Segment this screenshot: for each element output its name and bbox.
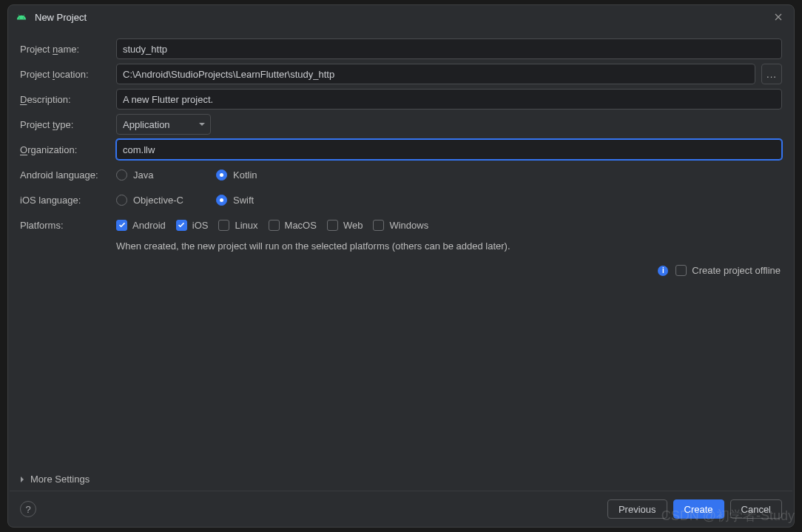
- ios-language-label: iOS language:: [20, 195, 110, 206]
- description-label: Description:: [20, 94, 110, 105]
- more-settings-toggle[interactable]: More Settings: [8, 468, 794, 491]
- description-input[interactable]: [116, 89, 782, 110]
- platform-linux-label: Linux: [235, 220, 257, 231]
- window-title: New Project: [35, 12, 763, 23]
- titlebar: New Project: [8, 5, 794, 29]
- radio-icon: [116, 195, 127, 206]
- project-location-label: Project location:: [20, 69, 110, 80]
- button-bar: ? Previous Create Cancel: [8, 491, 794, 527]
- platform-ios-checkbox[interactable]: iOS: [176, 220, 209, 231]
- create-offline-checkbox[interactable]: Create project offline: [675, 265, 781, 276]
- previous-button[interactable]: Previous: [607, 499, 667, 519]
- platform-android-label: Android: [132, 220, 166, 231]
- platform-android-checkbox[interactable]: Android: [116, 220, 166, 231]
- checkbox-icon: [373, 220, 384, 231]
- chevron-down-icon: [198, 121, 206, 128]
- radio-icon: [216, 195, 227, 206]
- platform-windows-label: Windows: [389, 220, 428, 231]
- platform-linux-checkbox[interactable]: Linux: [218, 220, 257, 231]
- project-type-value: Application: [123, 119, 170, 130]
- project-location-input[interactable]: [116, 64, 755, 84]
- help-button[interactable]: ?: [20, 501, 36, 517]
- new-project-dialog: New Project Project name: Project locati…: [7, 4, 795, 528]
- android-language-label: Android language:: [20, 169, 110, 181]
- platform-macos-label: MacOS: [285, 220, 317, 231]
- project-name-input[interactable]: [116, 38, 782, 59]
- android-lang-java-radio[interactable]: Java: [116, 169, 216, 181]
- checkbox-icon: [116, 220, 127, 231]
- platform-macos-checkbox[interactable]: MacOS: [269, 220, 317, 231]
- project-type-label: Project type:: [20, 119, 110, 130]
- checkbox-icon: [675, 265, 687, 276]
- project-name-label: Project name:: [20, 44, 110, 55]
- close-icon[interactable]: [770, 9, 786, 25]
- platform-ios-label: iOS: [192, 220, 209, 231]
- platforms-hint: When created, the new project will run o…: [20, 240, 782, 252]
- checkbox-icon: [327, 220, 338, 231]
- browse-location-button[interactable]: ...: [761, 64, 782, 84]
- checkbox-icon: [269, 220, 280, 231]
- android-icon: [16, 11, 27, 23]
- organization-input[interactable]: [116, 139, 782, 160]
- project-type-select[interactable]: Application: [116, 114, 211, 135]
- platform-windows-checkbox[interactable]: Windows: [373, 220, 428, 231]
- ios-lang-objc-radio[interactable]: Objective-C: [116, 195, 216, 206]
- organization-label: Organization:: [20, 144, 110, 155]
- checkbox-icon: [218, 220, 229, 231]
- chevron-right-icon: [18, 476, 26, 483]
- platform-web-checkbox[interactable]: Web: [327, 220, 363, 231]
- form-area: Project name: Project location: ... Desc…: [8, 29, 794, 468]
- platform-web-label: Web: [343, 220, 363, 231]
- android-lang-kotlin-radio[interactable]: Kotlin: [216, 169, 316, 181]
- cancel-button[interactable]: Cancel: [730, 499, 782, 519]
- checkbox-icon: [176, 220, 187, 231]
- radio-icon: [216, 169, 227, 181]
- create-button[interactable]: Create: [673, 499, 724, 519]
- ios-lang-swift-radio[interactable]: Swift: [216, 195, 316, 206]
- radio-icon: [116, 169, 127, 181]
- platforms-label: Platforms:: [20, 220, 110, 231]
- info-icon[interactable]: i: [658, 266, 668, 276]
